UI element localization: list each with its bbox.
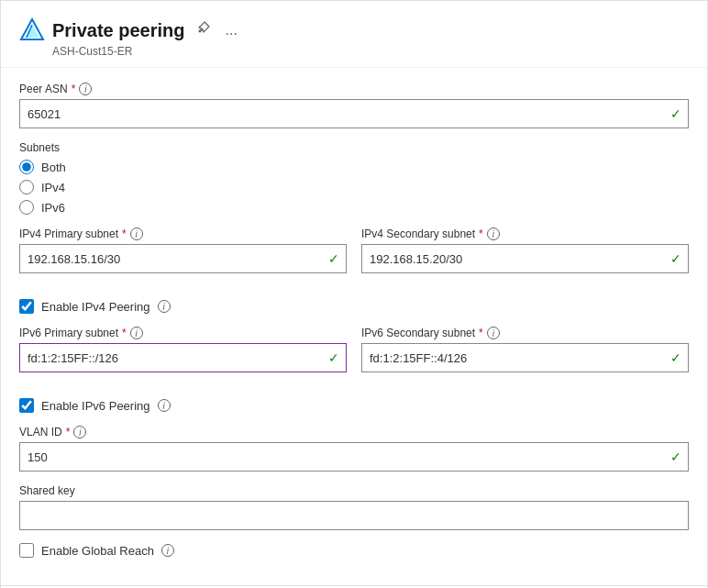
ipv6-secondary-input-wrapper: ✓ [361, 343, 689, 372]
ipv4-secondary-info-icon[interactable]: i [487, 227, 500, 240]
subnet-ipv6-label: IPv6 [41, 201, 65, 215]
ipv6-primary-input[interactable] [19, 343, 347, 372]
enable-global-reach-label: Enable Global Reach [41, 544, 154, 558]
enable-ipv6-peering-group: Enable IPv6 Peering i [19, 398, 689, 413]
subnet-both-label: Both [41, 161, 66, 174]
enable-global-reach-info-icon[interactable]: i [161, 544, 174, 557]
vlan-id-group: VLAN ID * i ✓ [19, 426, 689, 472]
header: Private peering ... ASH-Cust15-ER [1, 1, 707, 68]
ipv4-subnet-row: IPv4 Primary subnet * i ✓ IPv4 Secondary… [19, 227, 689, 286]
vlan-id-valid-icon: ✓ [670, 449, 681, 464]
vlan-id-info-icon[interactable]: i [73, 426, 86, 438]
enable-ipv6-peering-checkbox[interactable] [19, 398, 34, 413]
enable-global-reach-checkbox[interactable] [19, 543, 34, 558]
enable-ipv4-peering-info-icon[interactable]: i [158, 300, 171, 313]
ipv6-primary-input-wrapper: ✓ [19, 343, 347, 372]
subnets-group: Subnets Both IPv4 IPv6 [19, 141, 689, 215]
ipv6-subnet-row: IPv6 Primary subnet * i ✓ IPv6 Secondary… [19, 327, 689, 385]
ipv4-primary-input[interactable] [19, 244, 347, 273]
subnet-ipv6-radio[interactable] [19, 200, 34, 215]
subnet-ipv4-radio[interactable] [19, 180, 34, 194]
panel: Private peering ... ASH-Cust15-ER Peer A… [0, 0, 708, 588]
enable-ipv4-peering-checkbox[interactable] [19, 299, 34, 314]
peer-asn-label: Peer ASN * i [19, 83, 689, 95]
shared-key-input-wrapper [19, 501, 689, 530]
ipv6-secondary-info-icon[interactable]: i [487, 327, 500, 339]
peer-asn-input-wrapper: ✓ [19, 99, 689, 128]
vlan-id-input-wrapper: ✓ [19, 442, 689, 472]
shared-key-input[interactable] [19, 501, 689, 530]
ipv4-secondary-input-wrapper: ✓ [361, 244, 689, 273]
enable-ipv4-peering-group: Enable IPv4 Peering i [19, 299, 689, 314]
header-subtitle: ASH-Cust15-ER [52, 45, 689, 58]
subnet-ipv4-option[interactable]: IPv4 [19, 180, 689, 194]
subnets-radio-group: Both IPv4 IPv6 [19, 160, 689, 215]
subnet-both-option[interactable]: Both [19, 160, 689, 174]
subnet-ipv6-option[interactable]: IPv6 [19, 200, 689, 215]
ipv6-primary-label: IPv6 Primary subnet * i [19, 327, 347, 339]
ipv4-primary-group: IPv4 Primary subnet * i ✓ [19, 227, 347, 273]
enable-ipv6-peering-info-icon[interactable]: i [158, 399, 171, 412]
page-title: Private peering [52, 20, 185, 41]
subnet-ipv4-label: IPv4 [41, 181, 65, 194]
content-area: Peer ASN * i ✓ Subnets Both IPv4 [1, 68, 707, 585]
shared-key-label: Shared key [19, 484, 689, 497]
vlan-id-label: VLAN ID * i [19, 426, 689, 438]
ipv6-secondary-label: IPv6 Secondary subnet * i [361, 327, 689, 339]
ipv4-primary-valid-icon: ✓ [328, 251, 339, 266]
peer-asn-required: * [72, 83, 76, 95]
peer-asn-input[interactable] [19, 99, 689, 128]
ipv6-primary-valid-icon: ✓ [328, 350, 339, 365]
ipv6-secondary-group: IPv6 Secondary subnet * i ✓ [361, 327, 689, 372]
enable-ipv6-peering-label: Enable IPv6 Peering [41, 399, 150, 413]
ipv4-secondary-label: IPv4 Secondary subnet * i [361, 227, 689, 240]
ipv4-secondary-input[interactable] [361, 244, 689, 273]
ipv4-secondary-valid-icon: ✓ [670, 251, 681, 266]
azure-logo-icon [19, 17, 45, 43]
subnets-label: Subnets [19, 141, 689, 154]
vlan-id-input[interactable] [19, 442, 689, 472]
ipv6-primary-group: IPv6 Primary subnet * i ✓ [19, 327, 347, 372]
pin-icon[interactable] [193, 19, 215, 41]
title-row: Private peering ... [19, 17, 689, 43]
ipv4-secondary-group: IPv4 Secondary subnet * i ✓ [361, 227, 689, 273]
ipv4-primary-input-wrapper: ✓ [19, 244, 347, 273]
enable-global-reach-group: Enable Global Reach i [19, 543, 689, 558]
peer-asn-group: Peer ASN * i ✓ [19, 83, 689, 128]
more-options-icon[interactable]: ... [222, 20, 241, 40]
ipv6-primary-info-icon[interactable]: i [130, 327, 143, 339]
ipv4-primary-label: IPv4 Primary subnet * i [19, 227, 347, 240]
enable-ipv4-peering-label: Enable IPv4 Peering [41, 300, 150, 314]
shared-key-group: Shared key [19, 484, 689, 530]
peer-asn-info-icon[interactable]: i [79, 83, 92, 95]
ipv6-secondary-input[interactable] [361, 343, 689, 372]
subnet-both-radio[interactable] [19, 160, 34, 174]
peer-asn-valid-icon: ✓ [670, 106, 681, 121]
ipv6-secondary-valid-icon: ✓ [670, 350, 681, 365]
ipv4-primary-info-icon[interactable]: i [130, 227, 143, 240]
